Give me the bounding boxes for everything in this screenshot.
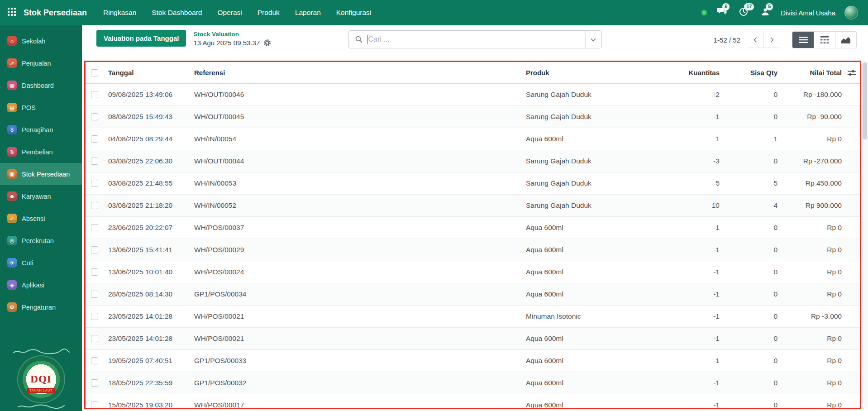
valuation-at-date-button[interactable]: Valuation pada Tanggal bbox=[96, 30, 186, 47]
table-row[interactable]: 15/05/2025 19:03:20WH/POS/00017Aqua 600m… bbox=[86, 394, 860, 409]
apps-menu-button[interactable] bbox=[0, 0, 24, 25]
row-checkbox[interactable] bbox=[91, 202, 98, 209]
sidebar-item-penagihan[interactable]: $Penagihan bbox=[0, 119, 82, 141]
row-checkbox[interactable] bbox=[91, 113, 98, 120]
row-checkbox[interactable] bbox=[91, 224, 98, 231]
menu-produk[interactable]: Produk bbox=[258, 9, 280, 17]
row-checkbox[interactable] bbox=[91, 135, 98, 143]
cell-sisa-qty: 0 bbox=[721, 401, 779, 409]
stok-persediaan-app-icon: ▣ bbox=[7, 169, 17, 179]
search-filter-toggle[interactable] bbox=[585, 31, 601, 48]
row-checkbox[interactable] bbox=[91, 180, 98, 187]
column-header-sisa-qty[interactable]: Sisa Qty bbox=[721, 69, 779, 76]
table-row[interactable]: 18/05/2025 22:35:59GP1/POS/00032Aqua 600… bbox=[86, 372, 860, 394]
cell-kuantitas: -1 bbox=[676, 379, 721, 387]
view-pivot-button[interactable] bbox=[814, 32, 835, 48]
table-row[interactable]: 08/08/2025 15:49:43WH/OUT/00045Sarung Ga… bbox=[86, 106, 860, 128]
row-checkbox[interactable] bbox=[91, 246, 98, 253]
menu-laporan[interactable]: Laporan bbox=[295, 9, 321, 17]
menu-stok-dashboard[interactable]: Stok Dashboard bbox=[152, 9, 202, 17]
row-checkbox[interactable] bbox=[91, 357, 98, 364]
column-header-produk[interactable]: Produk bbox=[521, 69, 676, 76]
table-row[interactable]: 04/08/2025 08:29:44WH/IN/00054Aqua 600ml… bbox=[86, 128, 860, 150]
sidebar-item-penjualan[interactable]: ↗Penjualan bbox=[0, 52, 82, 74]
sidebar-item-aplikasi[interactable]: ◈Aplikasi bbox=[0, 274, 82, 296]
chevron-right-icon bbox=[769, 37, 775, 43]
cell-referensi: WH/OUT/00044 bbox=[190, 157, 521, 165]
sidebar-item-stok-persediaan[interactable]: ▣Stok Persediaan bbox=[0, 163, 82, 185]
table-row[interactable]: 03/08/2025 22:06:30WH/OUT/00044Sarung Ga… bbox=[86, 150, 860, 172]
search-input[interactable] bbox=[368, 35, 585, 43]
table-row[interactable]: 28/05/2025 08:14:30GP1/POS/00034Aqua 600… bbox=[86, 283, 860, 306]
table-row[interactable]: 09/08/2025 13:49:06WH/OUT/00046Sarung Ga… bbox=[86, 84, 860, 106]
cell-nilai-total: Rp 0 bbox=[779, 268, 844, 276]
sliders-icon bbox=[848, 70, 856, 76]
row-checkbox[interactable] bbox=[91, 91, 98, 98]
cell-tanggal: 23/05/2025 14:01:28 bbox=[104, 312, 190, 320]
row-checkbox[interactable] bbox=[91, 379, 98, 387]
sidebar-item-cuti[interactable]: ✈Cuti bbox=[0, 252, 82, 274]
select-all-checkbox[interactable] bbox=[91, 69, 98, 76]
table-row[interactable]: 23/05/2025 14:01:28WH/POS/00021Minuman I… bbox=[86, 306, 860, 328]
table-row[interactable]: 19/05/2025 07:40:51GP1/POS/00033Aqua 600… bbox=[86, 350, 860, 372]
user-avatar[interactable] bbox=[844, 6, 858, 19]
row-checkbox[interactable] bbox=[91, 313, 98, 320]
table-row[interactable]: 23/06/2025 20:22:07WH/POS/00037Aqua 600m… bbox=[86, 217, 860, 239]
messages-button[interactable]: 6 bbox=[715, 6, 728, 19]
cell-tanggal: 13/06/2025 10:01:40 bbox=[104, 268, 190, 276]
row-checkbox[interactable] bbox=[91, 401, 98, 409]
row-checkbox[interactable] bbox=[91, 291, 98, 298]
column-header-referensi[interactable]: Referensi bbox=[190, 69, 521, 76]
menu-konfigurasi[interactable]: Konfigurasi bbox=[336, 9, 372, 17]
cell-sisa-qty: 0 bbox=[721, 113, 779, 121]
table-row[interactable]: 23/05/2025 14:01:28WH/POS/00021Aqua 600m… bbox=[86, 328, 860, 350]
company-name[interactable]: Divisi Amal Usaha bbox=[781, 9, 835, 17]
view-list-button[interactable] bbox=[792, 32, 814, 48]
view-title[interactable]: Stock Valuation bbox=[193, 31, 271, 38]
column-header-nilai-total[interactable]: Nilai Total bbox=[779, 69, 844, 76]
sidebar-item-pengaturan[interactable]: ⚙Pengaturan bbox=[0, 296, 82, 318]
scrollbar-thumb[interactable] bbox=[863, 62, 867, 139]
sidebar-item-pos[interactable]: ▤POS bbox=[0, 96, 82, 119]
sidebar-item-label: Penagihan bbox=[22, 126, 53, 134]
vertical-scrollbar[interactable] bbox=[862, 61, 868, 409]
list-view-icon bbox=[799, 36, 808, 43]
sidebar-item-karyawan[interactable]: ☻Karyawan bbox=[0, 185, 82, 207]
sidebar-item-label: Pengaturan bbox=[22, 304, 56, 311]
sidebar-item-absensi[interactable]: ✓Absensi bbox=[0, 207, 82, 229]
pager-next-button[interactable] bbox=[763, 32, 780, 48]
chevron-down-icon bbox=[591, 35, 596, 43]
search-icon bbox=[349, 36, 367, 43]
valuation-table: Tanggal Referensi Produk Kuantitas Sisa … bbox=[84, 61, 861, 409]
menu-operasi[interactable]: Operasi bbox=[217, 9, 242, 17]
table-row[interactable]: 13/06/2025 10:01:40WH/POS/00024Aqua 600m… bbox=[86, 261, 860, 283]
view-settings-gear-icon[interactable] bbox=[263, 39, 271, 47]
cell-tanggal: 08/08/2025 15:49:43 bbox=[104, 113, 190, 121]
table-row[interactable]: 03/08/2025 21:48:55WH/IN/00053Sarung Gaj… bbox=[86, 172, 860, 195]
app-title[interactable]: Stok Persediaan bbox=[24, 8, 87, 18]
sidebar-item-sekolah[interactable]: ⌂Sekolah bbox=[0, 30, 82, 52]
menu-ringkasan[interactable]: Ringkasan bbox=[103, 9, 136, 17]
cell-nilai-total: Rp -180.000 bbox=[779, 91, 844, 99]
table-row[interactable]: 13/06/2025 15:41:41WH/POS/00029Aqua 600m… bbox=[86, 239, 860, 261]
sidebar-item-label: Pembelian bbox=[22, 148, 53, 156]
cell-sisa-qty: 0 bbox=[721, 246, 779, 254]
cell-sisa-qty: 1 bbox=[721, 135, 779, 143]
cell-tanggal: 03/08/2025 21:48:55 bbox=[104, 179, 190, 187]
table-row[interactable]: 03/08/2025 21:18:20WH/IN/00052Sarung Gaj… bbox=[86, 195, 860, 217]
pager-previous-button[interactable] bbox=[747, 32, 763, 48]
sidebar-item-pembelian[interactable]: ⇅Pembelian bbox=[0, 141, 82, 163]
sidebar-item-dashboard[interactable]: ▦Dashboard bbox=[0, 74, 82, 96]
activities-button[interactable]: 17 bbox=[737, 6, 750, 19]
row-checkbox[interactable] bbox=[91, 268, 98, 276]
sidebar-item-perekrutan[interactable]: ◎Perekrutan bbox=[0, 229, 82, 252]
row-checkbox[interactable] bbox=[91, 158, 98, 165]
cell-referensi: WH/IN/00052 bbox=[190, 201, 521, 210]
view-graph-button[interactable] bbox=[835, 32, 856, 48]
row-checkbox[interactable] bbox=[91, 335, 98, 342]
cell-referensi: WH/POS/00021 bbox=[190, 335, 521, 343]
column-header-tanggal[interactable]: Tanggal bbox=[104, 69, 190, 76]
optional-columns-button[interactable] bbox=[844, 70, 860, 76]
column-header-kuantitas[interactable]: Kuantitas bbox=[676, 69, 721, 76]
requests-button[interactable]: 5 bbox=[759, 6, 772, 19]
